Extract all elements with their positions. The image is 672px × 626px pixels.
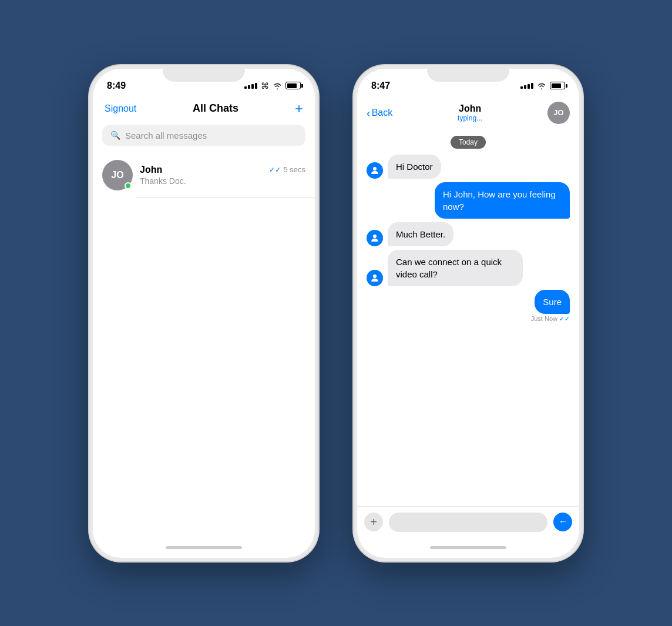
back-button[interactable]: ‹ Back	[367, 107, 392, 119]
battery-icon-right	[550, 82, 565, 89]
wifi-icon-left: ⌘	[261, 81, 269, 91]
sender-avatar-4	[367, 270, 383, 286]
msg-meta-5: Just Now ✓✓	[531, 315, 570, 323]
svg-point-2	[373, 274, 377, 278]
s1r	[520, 86, 523, 89]
typing-status: typing...	[392, 114, 547, 122]
battery-fill-right	[552, 83, 562, 88]
time-ago: 5 secs	[283, 165, 305, 174]
search-bar[interactable]: 🔍 Search all messages	[102, 125, 305, 146]
avatar-initials: JO	[111, 170, 123, 180]
search-placeholder: Search all messages	[125, 130, 207, 140]
search-icon: 🔍	[110, 130, 120, 140]
signout-button[interactable]: Signout	[105, 103, 136, 114]
status-icons-left: ⌘	[244, 81, 301, 91]
right-phone: 8:47 ‹	[354, 65, 583, 561]
user-icon-3	[369, 233, 380, 243]
contact-info: John typing...	[392, 103, 547, 122]
input-bar: + ↑	[357, 506, 579, 538]
wifi-icon-right	[537, 82, 546, 89]
left-phone: 8:49 ⌘ Signout	[89, 65, 318, 561]
back-label: Back	[372, 108, 393, 118]
battery-icon-left	[285, 82, 301, 89]
notch-right	[427, 65, 509, 82]
bubble-4: Can we connect on a quick video call?	[388, 250, 523, 286]
plus-icon: +	[370, 516, 377, 528]
message-row-2: Hi John, How are you feeling now?	[367, 182, 570, 219]
time-right: 8:47	[371, 81, 390, 91]
sender-avatar-1	[367, 162, 383, 179]
message-row-4: Can we connect on a quick video call?	[367, 250, 570, 286]
user-icon-1	[369, 165, 380, 176]
message-input[interactable]	[389, 513, 547, 532]
message-row-5: Sure	[535, 290, 570, 314]
read-receipt-icon: ✓✓	[269, 166, 281, 174]
s3	[251, 84, 254, 89]
list-item[interactable]: JO John ✓✓ 5 secs Thanks Doc.	[93, 153, 315, 197]
outgoing-sure-wrapper: Sure Just Now ✓✓	[367, 290, 570, 323]
s4	[255, 83, 257, 89]
back-chevron-icon: ‹	[367, 107, 371, 119]
home-indicator-right	[357, 538, 579, 558]
bubble-3: Much Better.	[388, 222, 453, 246]
bubble-2: Hi John, How are you feeling now?	[435, 182, 570, 219]
svg-point-0	[373, 167, 377, 170]
chat-nav-bar: ‹ Back John typing... JO	[357, 97, 579, 129]
date-chip: Today	[451, 136, 486, 149]
home-bar-right	[430, 546, 506, 549]
message-row-3: Much Better.	[367, 222, 570, 246]
signal-right	[520, 83, 533, 89]
status-icons-right	[520, 82, 565, 89]
s2r	[524, 85, 526, 89]
messages-area: Today Hi Doctor Hi John, How are you fee…	[357, 129, 579, 506]
user-icon-4	[369, 273, 380, 283]
s2	[248, 85, 250, 89]
chat-time: ✓✓ 5 secs	[269, 165, 305, 174]
contact-initials: JO	[553, 108, 563, 117]
home-bar-left	[166, 546, 242, 549]
chat-info-john: John ✓✓ 5 secs Thanks Doc.	[140, 165, 305, 186]
add-attachment-button[interactable]: +	[364, 513, 383, 531]
right-screen: 8:47 ‹	[357, 69, 579, 558]
nav-bar-left: Signout All Chats +	[93, 97, 315, 120]
s1	[244, 86, 247, 89]
page-title-left: All Chats	[193, 102, 238, 115]
add-chat-button[interactable]: +	[295, 102, 303, 116]
avatar-jo: JO	[102, 160, 133, 190]
notch-left	[163, 65, 245, 82]
chat-name: John	[140, 165, 162, 175]
contact-name: John	[392, 103, 547, 114]
svg-point-1	[373, 235, 377, 238]
divider	[136, 197, 315, 198]
bubble-5: Sure	[535, 290, 570, 314]
contact-avatar[interactable]: JO	[547, 102, 570, 124]
read-receipt-right: ✓✓	[559, 315, 570, 323]
s3r	[527, 84, 530, 89]
sender-avatar-3	[367, 230, 383, 246]
left-screen: 8:49 ⌘ Signout	[93, 69, 315, 558]
chat-preview: Thanks Doc.	[140, 176, 305, 186]
home-indicator-left	[93, 538, 315, 558]
s4r	[531, 83, 533, 89]
bubble-1: Hi Doctor	[388, 155, 441, 179]
send-button[interactable]: ↑	[553, 513, 572, 531]
signal-left	[244, 83, 257, 89]
time-left: 8:49	[107, 81, 126, 91]
wifi-icon	[273, 82, 282, 89]
battery-fill-left	[287, 83, 297, 88]
online-indicator	[125, 182, 132, 189]
chat-list: JO John ✓✓ 5 secs Thanks Doc.	[93, 153, 315, 538]
chat-name-row: John ✓✓ 5 secs	[140, 165, 305, 175]
message-row-1: Hi Doctor	[367, 155, 570, 179]
send-icon: ↑	[558, 520, 567, 524]
time-meta: Just Now	[531, 315, 557, 322]
